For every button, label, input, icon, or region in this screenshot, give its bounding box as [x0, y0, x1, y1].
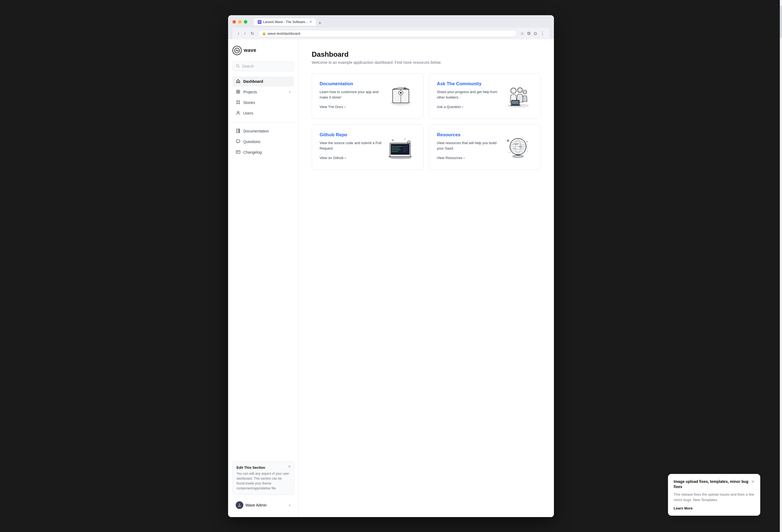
tab-close-button[interactable]: ✕: [310, 20, 312, 24]
active-tab[interactable]: W Laravel Wave - The Software... ✕: [254, 18, 316, 26]
minimize-button[interactable]: [238, 20, 242, 24]
page-subtitle: Welcome to an example applicaction dashb…: [312, 60, 541, 65]
toast-header: Image upload fixes, templates, minor bug…: [674, 479, 754, 490]
svg-point-18: [518, 88, 523, 92]
svg-rect-3: [238, 90, 240, 91]
browser-body: wave Search: [228, 39, 554, 517]
browser-window: W Laravel Wave - The Software... ✕ + ‹ ›…: [228, 15, 554, 517]
search-placeholder: Search: [242, 64, 254, 68]
search-icon: [236, 64, 240, 69]
svg-point-14: [400, 92, 401, 93]
reload-button[interactable]: ↻: [250, 30, 255, 37]
sidebar-item-dashboard[interactable]: Dashboard: [233, 77, 294, 86]
documentation-icon: [236, 129, 241, 134]
address-bar[interactable]: 🔒 wave.test/dashboard: [258, 30, 517, 37]
sidebar-item-questions[interactable]: Questions: [233, 137, 294, 147]
card-title: Resources: [437, 132, 499, 138]
sidebar-item-label: Changelog: [243, 150, 262, 154]
edit-section-close-button[interactable]: ✕: [288, 464, 291, 469]
resources-card: Resources View resources that will help …: [429, 124, 541, 170]
github-card: Github Repo View the source code and sub…: [312, 124, 424, 170]
bookmark-button[interactable]: ☆: [520, 30, 525, 37]
card-title: Ask The Community: [437, 81, 499, 86]
sidebar-item-label: Projects: [243, 90, 257, 94]
toast-title: Image upload fixes, templates, minor bug…: [674, 479, 749, 490]
dashboard-icon: [236, 79, 241, 84]
sidebar-item-changelog[interactable]: Changelog: [233, 147, 294, 157]
card-description: View the source code and submit a Pull R…: [320, 140, 382, 152]
svg-rect-5: [238, 92, 240, 93]
questions-icon: [236, 139, 241, 144]
user-section[interactable]: Wave Admin ∧: [233, 499, 294, 511]
edit-section-box: Edit This Section You can edit any aspec…: [233, 461, 294, 495]
projects-icon: [236, 89, 241, 95]
learn-more-link[interactable]: Learn More: [674, 506, 693, 510]
edit-section-title: Edit This Section: [237, 465, 290, 469]
documentation-illustration: [386, 81, 416, 111]
close-button[interactable]: [233, 20, 236, 24]
github-illustration: [386, 132, 416, 162]
browser-titlebar: W Laravel Wave - The Software... ✕ + ‹ ›…: [228, 15, 554, 39]
arrow-icon: ›: [344, 105, 345, 109]
sidebar-item-label: Questions: [243, 140, 260, 144]
card-content: Resources View resources that will help …: [437, 132, 499, 160]
sidebar-item-stories[interactable]: Stories: [233, 98, 294, 108]
svg-point-19: [523, 90, 527, 94]
main-content: Dashboard Welcome to an example applicac…: [299, 39, 554, 517]
sidebar-item-label: Documentation: [243, 129, 269, 133]
tab-title: Laravel Wave - The Software...: [263, 20, 308, 24]
svg-point-27: [411, 145, 412, 146]
sidebar-item-label: Users: [243, 111, 253, 115]
logo-text: wave: [244, 47, 256, 53]
search-box[interactable]: Search: [233, 62, 294, 71]
card-title: Github Repo: [320, 132, 382, 138]
card-description: Learn how to customize your app and make…: [320, 89, 382, 101]
url-text: wave.test/dashboard: [268, 32, 300, 36]
svg-rect-2: [237, 90, 238, 91]
logo-area: wave: [233, 45, 294, 56]
svg-point-35: [527, 141, 528, 142]
avatar: [236, 501, 243, 509]
community-illustration: [503, 81, 533, 111]
view-resources-link[interactable]: View Resources ›: [437, 156, 499, 160]
card-description: Share your progress and get help from ot…: [437, 89, 499, 101]
toast-close-button[interactable]: ✕: [751, 479, 754, 484]
menu-button[interactable]: ⋮: [540, 30, 545, 37]
svg-point-26: [404, 139, 405, 140]
users-icon: [236, 111, 241, 116]
user-name: Wave Admin: [245, 503, 266, 507]
toast-body: This release fixes the upload issues and…: [674, 492, 754, 502]
nav-items: Dashboard Projects ∨: [233, 77, 294, 458]
svg-rect-22: [510, 105, 521, 106]
view-github-link[interactable]: View on Github ›: [320, 156, 382, 160]
back-button[interactable]: ‹: [237, 30, 240, 36]
resources-illustration: [503, 132, 533, 162]
svg-rect-25: [391, 144, 410, 155]
sidebar-item-users[interactable]: Users: [233, 108, 294, 118]
forward-button[interactable]: ›: [243, 30, 247, 36]
card-description: View resources that will help you build …: [437, 140, 499, 152]
sidebar-item-documentation[interactable]: Documentation: [233, 126, 294, 136]
browser-controls: W Laravel Wave - The Software... ✕ +: [233, 18, 549, 26]
svg-point-10: [239, 503, 240, 505]
logo-icon: [233, 46, 242, 55]
new-tab-button[interactable]: +: [317, 21, 323, 26]
tab-bar: W Laravel Wave - The Software... ✕ +: [254, 18, 549, 26]
page-title: Dashboard: [312, 50, 541, 59]
svg-point-37: [527, 151, 528, 151]
extensions-button[interactable]: ⧉: [527, 30, 531, 36]
maximize-button[interactable]: [244, 20, 247, 24]
card-title: Documentation: [320, 81, 382, 86]
sidebar: wave Search: [228, 39, 299, 517]
sidebar-item-projects[interactable]: Projects ∨: [233, 87, 294, 97]
svg-rect-4: [237, 92, 238, 93]
stories-icon: [236, 100, 241, 105]
chevron-down-icon: ∨: [288, 90, 291, 94]
svg-rect-9: [236, 151, 240, 153]
ask-question-link[interactable]: Ask a Question ›: [437, 105, 499, 109]
changelog-icon: [236, 150, 241, 155]
view-docs-link[interactable]: View The Docs ›: [320, 105, 382, 109]
profile-button[interactable]: ⊙: [533, 30, 538, 37]
toolbar-actions: ☆ ⧉ ⊙ ⋮: [520, 30, 545, 37]
tab-favicon: W: [258, 20, 261, 24]
